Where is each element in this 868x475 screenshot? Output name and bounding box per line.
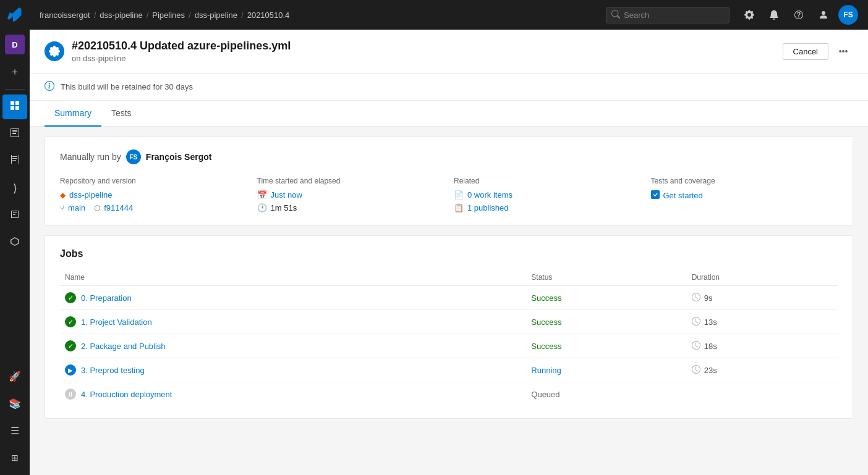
books-icon: 📚 bbox=[9, 398, 21, 410]
job-name-cell: ✓2. Package and Publish bbox=[60, 334, 526, 358]
table-row[interactable]: ✓1. Project ValidationSuccess 13s bbox=[60, 310, 838, 334]
build-info: #20210510.4 Updated azure-pipelines.yml … bbox=[72, 40, 291, 63]
run-by-section: Manually run by FS François Sergot bbox=[60, 149, 838, 164]
breadcrumb: francoissergot / dss-pipeline / Pipeline… bbox=[40, 11, 601, 20]
repo-name-link[interactable]: dss-pipeline bbox=[69, 190, 112, 200]
job-name-link[interactable]: 2. Package and Publish bbox=[81, 342, 166, 351]
sidebar-item-plus[interactable]: ＋ bbox=[2, 59, 27, 84]
breadcrumb-francoissergot[interactable]: francoissergot bbox=[40, 11, 90, 20]
svg-rect-1 bbox=[15, 101, 19, 105]
build-header-right: Cancel ••• bbox=[783, 41, 853, 61]
sidebar-item-repos[interactable] bbox=[2, 149, 27, 174]
build-header-card: #20210510.4 Updated azure-pipelines.yml … bbox=[30, 30, 868, 74]
duration-value: 23s bbox=[704, 366, 717, 375]
job-status-cell: Queued bbox=[526, 382, 686, 406]
svg-rect-0 bbox=[11, 101, 14, 105]
table-row[interactable]: ✓2. Package and PublishSuccess 18s bbox=[60, 334, 838, 358]
cancel-button[interactable]: Cancel bbox=[783, 43, 828, 60]
table-row[interactable]: ✓0. PreparationSuccess 9s bbox=[60, 286, 838, 310]
plus-icon: ＋ bbox=[10, 65, 20, 78]
run-user-avatar: FS bbox=[126, 149, 141, 164]
sidebar-bottom: 🚀 📚 ☰ ⊞ bbox=[2, 364, 27, 470]
job-name-link[interactable]: 1. Project Validation bbox=[81, 317, 152, 327]
repo-name-row: ◆ dss-pipeline bbox=[60, 190, 247, 200]
job-duration-cell: 18s bbox=[687, 334, 838, 358]
sidebar-item-testplans[interactable] bbox=[2, 203, 27, 228]
more-options-button[interactable]: ••• bbox=[833, 41, 853, 61]
tab-tests[interactable]: Tests bbox=[101, 101, 142, 127]
svg-rect-3 bbox=[15, 106, 19, 110]
branch-commit-row: ⑂ main ⬡ f911444 bbox=[60, 203, 247, 212]
sidebar: D ＋ ⟩ bbox=[0, 0, 30, 475]
job-status: Queued bbox=[531, 390, 560, 399]
search-icon bbox=[611, 10, 620, 20]
breadcrumb-sep-3: / bbox=[189, 11, 191, 20]
help-icon[interactable] bbox=[789, 5, 809, 25]
branch-link[interactable]: main bbox=[68, 203, 85, 212]
job-name-link[interactable]: 0. Preparation bbox=[81, 293, 132, 303]
table-row[interactable]: ⏸4. Production deploymentQueued bbox=[60, 382, 838, 406]
breadcrumb-dss-pipeline-1[interactable]: dss-pipeline bbox=[100, 11, 142, 20]
workitems-icon: 📄 bbox=[454, 190, 464, 200]
job-name-cell: ⏸4. Production deployment bbox=[60, 382, 526, 406]
jobs-table-header: Name Status Duration bbox=[60, 269, 838, 286]
ellipsis-icon: ••• bbox=[839, 46, 848, 56]
table-row[interactable]: ▶3. Preprod testingRunning 23s bbox=[60, 358, 838, 382]
run-by-prefix: Manually run by bbox=[60, 152, 121, 162]
breadcrumb-pipelines[interactable]: Pipelines bbox=[152, 11, 185, 20]
user-avatar[interactable]: FS bbox=[838, 5, 858, 25]
repo-diamond-icon: ◆ bbox=[60, 191, 66, 200]
work-items-link[interactable]: 0 work items bbox=[467, 190, 513, 200]
boards-icon bbox=[10, 128, 20, 140]
list-icon: ☰ bbox=[11, 425, 19, 437]
repos-icon bbox=[10, 155, 20, 167]
meta-repo: Repository and version ◆ dss-pipeline ⑂ … bbox=[60, 177, 247, 212]
build-subtitle: on dss-pipeline bbox=[72, 54, 291, 63]
time-started[interactable]: Just now bbox=[271, 190, 302, 200]
commit-link[interactable]: f911444 bbox=[104, 203, 133, 212]
sidebar-item-rocket[interactable]: 🚀 bbox=[2, 364, 27, 389]
artifacts-icon bbox=[10, 237, 20, 249]
sidebar-item-grid[interactable]: ⊞ bbox=[2, 445, 27, 470]
related-label: Related bbox=[454, 177, 641, 185]
branch-icon: ⑂ bbox=[60, 204, 64, 212]
published-link[interactable]: 1 published bbox=[467, 203, 509, 212]
sidebar-item-boards[interactable] bbox=[2, 122, 27, 146]
settings-icon[interactable] bbox=[739, 5, 759, 25]
job-status-cell: Success bbox=[526, 286, 686, 310]
get-started-link[interactable]: Get started bbox=[663, 191, 703, 200]
run-details-card: Manually run by FS François Sergot Repos… bbox=[45, 137, 853, 225]
sidebar-item-books[interactable]: 📚 bbox=[2, 391, 27, 416]
meta-grid: Repository and version ◆ dss-pipeline ⑂ … bbox=[60, 174, 838, 212]
info-icon bbox=[45, 81, 54, 93]
success-icon: ✓ bbox=[65, 340, 76, 351]
azure-devops-logo[interactable] bbox=[5, 5, 25, 25]
tab-summary[interactable]: Summary bbox=[45, 101, 101, 127]
user-icon[interactable] bbox=[814, 5, 833, 25]
sidebar-item-avatar[interactable]: D bbox=[2, 32, 27, 57]
calendar-icon: 📅 bbox=[257, 190, 267, 200]
topnav: francoissergot / dss-pipeline / Pipeline… bbox=[30, 0, 868, 30]
time-label: Time started and elapsed bbox=[257, 177, 445, 185]
search-box[interactable] bbox=[606, 7, 730, 23]
testplans-icon bbox=[10, 209, 20, 222]
job-name-link[interactable]: 4. Production deployment bbox=[81, 390, 172, 399]
commit-icon: ⬡ bbox=[94, 204, 100, 212]
breadcrumb-sep-1: / bbox=[94, 11, 96, 20]
search-input[interactable] bbox=[624, 11, 724, 20]
breadcrumb-dss-pipeline-2[interactable]: dss-pipeline bbox=[195, 11, 237, 20]
job-status-cell: Running bbox=[526, 358, 686, 382]
breadcrumb-build-id[interactable]: 20210510.4 bbox=[247, 11, 290, 20]
job-name-cell: ✓1. Project Validation bbox=[60, 310, 526, 334]
duration-value: 13s bbox=[704, 317, 717, 327]
notifications-icon[interactable] bbox=[764, 5, 784, 25]
job-name-link[interactable]: 3. Preprod testing bbox=[81, 366, 145, 375]
job-status: Running bbox=[531, 366, 561, 375]
sidebar-item-pipelines[interactable]: ⟩ bbox=[2, 176, 27, 201]
jobs-title: Jobs bbox=[60, 248, 838, 259]
col-status: Status bbox=[526, 269, 686, 286]
sidebar-item-artifacts[interactable] bbox=[2, 230, 27, 255]
running-icon: ▶ bbox=[65, 364, 76, 376]
sidebar-item-overview[interactable] bbox=[2, 95, 27, 119]
sidebar-item-list[interactable]: ☰ bbox=[2, 418, 27, 443]
